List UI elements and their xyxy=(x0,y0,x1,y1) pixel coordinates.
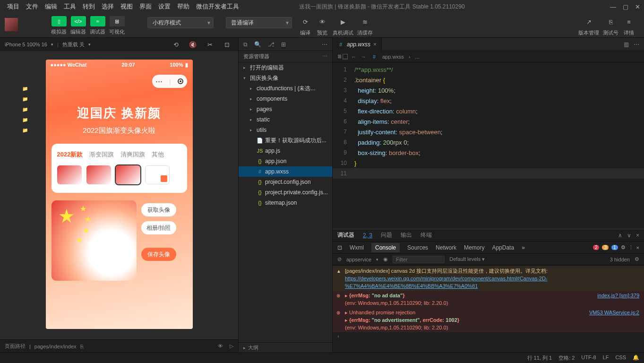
remote-debug-button[interactable]: ▶ xyxy=(336,16,350,27)
menu-item[interactable]: 微信开发者工具 xyxy=(193,2,242,11)
filter-input[interactable] xyxy=(393,256,445,263)
menu-item[interactable]: 帮助 xyxy=(174,2,193,11)
simulator-toggle[interactable]: ▯ xyxy=(52,16,67,26)
context-select[interactable]: appservice xyxy=(346,257,371,262)
explorer-files-icon[interactable]: ⧉ xyxy=(243,41,248,48)
visual-toggle[interactable]: ⊞ xyxy=(110,16,125,26)
gear-icon[interactable]: ⚙ xyxy=(621,244,626,251)
menu-item[interactable]: 转到 xyxy=(79,2,98,11)
code-editor[interactable]: 1/**app.wxss**/2.container {3 height: 10… xyxy=(333,62,644,229)
tab-gradient[interactable]: 渐变国旗 xyxy=(89,150,114,159)
chevron-up-icon[interactable]: ∧ xyxy=(618,232,622,239)
tab-new[interactable]: 2022新款 xyxy=(57,150,83,159)
close-panel-icon[interactable]: × xyxy=(636,232,639,239)
encoding[interactable]: UTF-8 xyxy=(581,354,596,362)
tree-node[interactable]: {}project.config.json xyxy=(239,177,332,187)
version-button[interactable]: ↗ xyxy=(582,16,595,27)
editor-pane: #app.wxss× ▥⋯ ≣ ⃞ ← → #app.wxss›... 1/**… xyxy=(333,38,644,353)
bell-icon[interactable]: 🔔 xyxy=(633,354,639,362)
open-editors-section[interactable]: ▸打开的编辑器 xyxy=(239,62,332,73)
tab-other[interactable]: 其他 xyxy=(152,150,164,159)
test-account-button[interactable]: ⎘ xyxy=(604,16,618,27)
rotate-icon[interactable]: ⟲ xyxy=(169,39,182,50)
extensions-icon[interactable]: ⊞ xyxy=(281,41,286,48)
user-avatar[interactable] xyxy=(5,18,18,31)
tree-node[interactable]: 📄重要！获取源码成功后... xyxy=(239,135,332,146)
mute-icon[interactable]: 🔇 xyxy=(186,39,199,50)
more-icon[interactable]: ⋯ xyxy=(634,41,639,48)
tree-node[interactable]: JSapp.js xyxy=(239,146,332,156)
tree-node[interactable]: {}app.json xyxy=(239,156,332,166)
tree-node[interactable]: ▸📁cloudfunctions | (未选... xyxy=(239,83,332,94)
nav-fwd-icon[interactable]: → xyxy=(361,54,366,60)
tree-node[interactable]: ▸📁pages xyxy=(239,104,332,114)
capsule-button[interactable]: ⋯| xyxy=(152,75,187,88)
compile-dropdown[interactable]: 普通编译 xyxy=(226,17,292,28)
menu-item[interactable]: 选择 xyxy=(98,2,117,11)
editor-tabs: #app.wxss× ▥⋯ xyxy=(333,38,644,51)
menu-item[interactable]: 文件 xyxy=(23,2,42,11)
tree-node[interactable]: {}sitemap.json xyxy=(239,198,332,208)
phone-simulator[interactable]: ●●●●● WeChat20:07100%▮ ⋯| 迎国庆 换新颜 2022国旗… xyxy=(46,60,193,329)
undock-icon[interactable]: ⊡ xyxy=(220,39,233,50)
editor-toggle[interactable]: </> xyxy=(71,16,86,26)
tab-close-icon[interactable]: × xyxy=(373,41,377,48)
lang[interactable]: CSS xyxy=(615,354,626,362)
debugger-toggle[interactable]: ≈ xyxy=(90,16,105,26)
dt-close-icon[interactable]: × xyxy=(636,245,639,251)
hot-reload-select[interactable]: 热重载 关 xyxy=(62,41,85,48)
project-root[interactable]: ▾国庆换头像 xyxy=(239,73,332,83)
details-button[interactable]: ≡ xyxy=(622,16,635,27)
menu-item[interactable]: 工具 xyxy=(60,2,79,11)
more-icon[interactable]: ⋯ xyxy=(322,53,327,60)
inspect-icon[interactable]: ⊡ xyxy=(337,244,342,251)
page-path[interactable]: pages/index/index xyxy=(34,344,77,349)
menu-item[interactable]: 视图 xyxy=(117,2,136,11)
eye-icon[interactable]: ◉ xyxy=(383,256,388,262)
flag-option[interactable] xyxy=(57,165,82,184)
console-output[interactable]: ▲[pages/index/index] canvas 2d 接口支持同层渲染且… xyxy=(333,265,644,353)
devtools-panel: 调试器 2, 3 问题 输出 终端 ∧∨× ⊡ Wxml Console Sou… xyxy=(333,229,644,353)
git-icon[interactable]: ⎇ xyxy=(268,41,275,48)
flag-option[interactable] xyxy=(116,165,140,184)
get-avatar-button[interactable]: 获取头像 xyxy=(141,203,176,216)
tree-node[interactable]: {}project.private.config.js... xyxy=(239,187,332,198)
compile-button[interactable]: ⟳ xyxy=(299,16,312,27)
minimize-icon[interactable]: — xyxy=(610,3,616,10)
indent[interactable]: 空格: 2 xyxy=(558,354,575,362)
flag-option[interactable] xyxy=(86,165,111,184)
outline-section[interactable]: ▸大纲 xyxy=(239,342,332,353)
list-icon[interactable]: ≣ xyxy=(337,53,342,60)
tree-node[interactable]: ▸📁utils xyxy=(239,125,332,135)
menu-item[interactable]: 设置 xyxy=(155,2,174,11)
chevron-down-icon[interactable]: ∨ xyxy=(627,232,631,239)
tree-node[interactable]: #app.wxss xyxy=(239,166,332,177)
clear-cache-button[interactable]: ≋ xyxy=(359,16,372,27)
split-icon[interactable]: ▥ xyxy=(624,41,629,48)
eol[interactable]: LF xyxy=(603,354,609,362)
menu-item[interactable]: 项目 xyxy=(4,2,23,11)
tab-app-wxss[interactable]: #app.wxss× xyxy=(333,38,382,51)
gear-icon[interactable]: ⚙ xyxy=(635,256,639,262)
device-select[interactable]: iPhone 5 100% 16 xyxy=(5,42,47,47)
maximize-icon[interactable]: ▢ xyxy=(623,3,628,10)
search-icon[interactable]: 🔍 xyxy=(254,41,261,48)
mode-dropdown[interactable]: 小程序模式 xyxy=(147,17,214,28)
close-icon[interactable]: ✕ xyxy=(635,3,640,10)
cursor-pos[interactable]: 行 11, 列 1 xyxy=(527,354,552,362)
menu-item[interactable]: 界面 xyxy=(136,2,155,11)
flag-option[interactable] xyxy=(145,165,170,184)
album-button[interactable]: 相册/拍照 xyxy=(141,221,176,234)
preview-button[interactable]: 👁 xyxy=(316,16,329,27)
tree-node[interactable]: ▸📁components xyxy=(239,94,332,104)
menu-item[interactable]: 编辑 xyxy=(42,2,60,11)
tree-node[interactable]: ▸📁static xyxy=(239,114,332,125)
levels-select[interactable]: Default levels ▾ xyxy=(449,256,485,262)
clear-console-icon[interactable]: ⊘ xyxy=(337,256,342,262)
cut-icon[interactable]: ✂ xyxy=(203,39,216,50)
save-avatar-button[interactable]: 保存头像 xyxy=(141,248,176,261)
arrow-icon[interactable]: ▷ xyxy=(230,343,233,349)
eye-icon[interactable]: 👁 xyxy=(218,343,223,349)
tab-clean[interactable]: 清爽国旗 xyxy=(120,150,145,159)
nav-back-icon[interactable]: ← xyxy=(351,54,356,60)
